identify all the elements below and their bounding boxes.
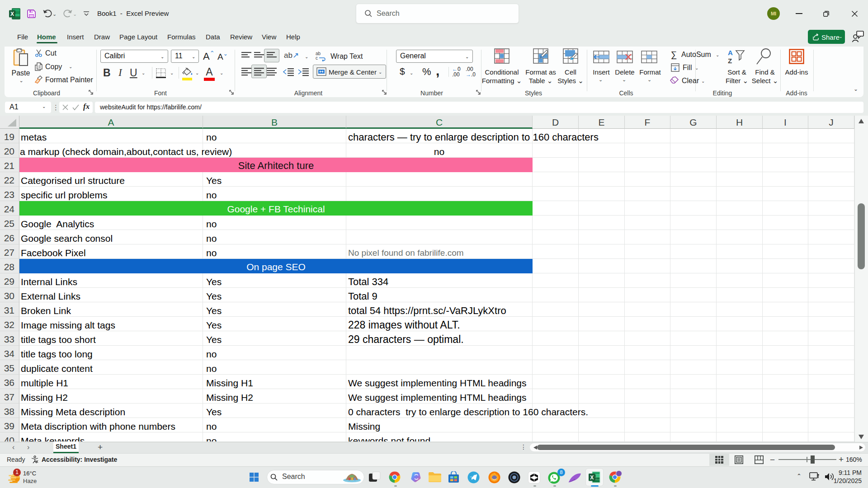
svg-text:A: A xyxy=(728,49,733,56)
svg-text:c: c xyxy=(316,56,318,61)
svg-text:Z: Z xyxy=(728,57,732,64)
svg-text:X: X xyxy=(590,474,594,481)
svg-text:X: X xyxy=(10,11,14,17)
